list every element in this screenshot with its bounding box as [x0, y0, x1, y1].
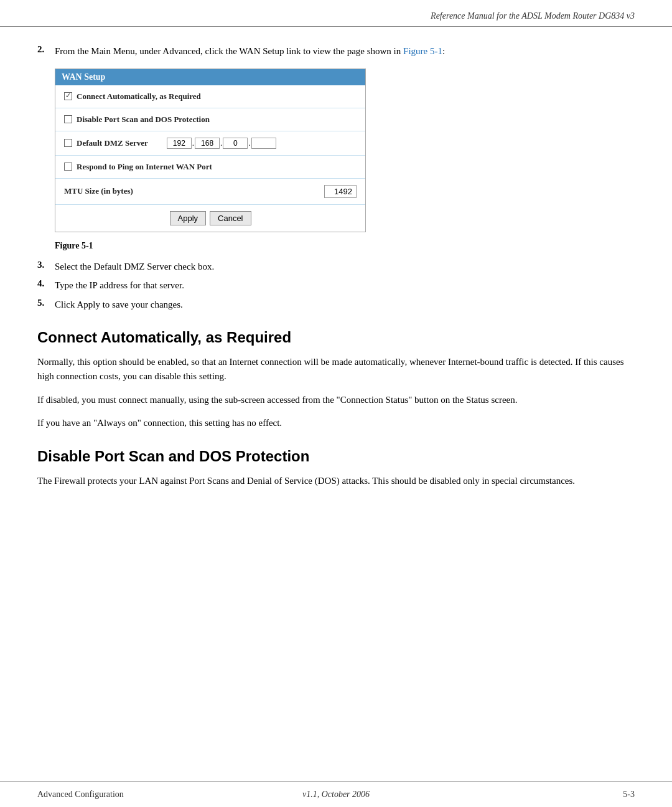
footer-center: v1.1, October 2006 — [302, 790, 370, 800]
main-content: 2. From the Main Menu, under Advanced, c… — [0, 27, 672, 488]
footer-right: 5-3 — [623, 790, 635, 800]
disable-port-scan-row: Disable Port Scan and DOS Protection — [55, 108, 365, 131]
section1-para3: If you have an "Always on" connection, t… — [37, 416, 635, 430]
step-5-text: Click Apply to save your changes. — [55, 298, 183, 312]
dmz-ip-fields: . . . — [167, 138, 276, 149]
wan-setup-panel: WAN Setup Connect Automatically, as Requ… — [55, 68, 366, 232]
dmz-row: Default DMZ Server . . . — [55, 131, 365, 156]
dmz-ip3[interactable] — [223, 138, 248, 149]
dmz-checkbox[interactable] — [64, 139, 72, 147]
section2-para1: The Firewall protects your LAN against P… — [37, 474, 635, 488]
cancel-button[interactable]: Cancel — [210, 211, 251, 225]
header-title: Reference Manual for the ADSL Modem Rout… — [431, 11, 635, 21]
steps-3-5: 3. Select the Default DMZ Server check b… — [37, 260, 635, 312]
ping-row: Respond to Ping on Internet WAN Port — [55, 156, 365, 179]
step-3: 3. Select the Default DMZ Server check b… — [37, 260, 635, 274]
step-3-text: Select the Default DMZ Server check box. — [55, 260, 214, 274]
section1-para2: If disabled, you must connect manually, … — [37, 393, 635, 407]
dmz-label: Default DMZ Server — [77, 138, 148, 148]
wan-setup-body: Connect Automatically, as Required Disab… — [55, 85, 365, 232]
connect-auto-row: Connect Automatically, as Required — [55, 85, 365, 108]
connect-auto-label: Connect Automatically, as Required — [77, 92, 357, 101]
page-header: Reference Manual for the ADSL Modem Rout… — [0, 0, 672, 27]
buttons-row: Apply Cancel — [55, 205, 365, 232]
step-4: 4. Type the IP address for that server. — [37, 278, 635, 293]
section1-para1: Normally, this option should be enabled,… — [37, 355, 635, 384]
dmz-ip2[interactable] — [195, 138, 220, 149]
dmz-ip4[interactable] — [251, 138, 276, 149]
page-footer: Advanced Configuration v1.1, October 200… — [0, 781, 672, 807]
ping-label: Respond to Ping on Internet WAN Port — [77, 162, 357, 172]
wan-setup-title: WAN Setup — [55, 69, 365, 85]
footer-inner: Advanced Configuration v1.1, October 200… — [37, 790, 635, 800]
step-2-text: From the Main Menu, under Advanced, clic… — [55, 44, 445, 59]
step-2: 2. From the Main Menu, under Advanced, c… — [37, 44, 635, 59]
step-5-number: 5. — [37, 298, 55, 312]
step-2-number: 2. — [37, 44, 55, 55]
apply-button[interactable]: Apply — [170, 211, 207, 225]
mtu-row: MTU Size (in bytes) — [55, 179, 365, 205]
step-4-text: Type the IP address for that server. — [55, 278, 184, 293]
step-4-number: 4. — [37, 278, 55, 293]
mtu-label: MTU Size (in bytes) — [64, 186, 133, 196]
dmz-ip1[interactable] — [167, 138, 192, 149]
step-3-number: 3. — [37, 260, 55, 274]
footer-left: Advanced Configuration — [37, 790, 124, 800]
disable-port-scan-checkbox[interactable] — [64, 115, 72, 123]
disable-port-scan-label: Disable Port Scan and DOS Protection — [77, 115, 357, 125]
figure-5-1-link[interactable]: Figure 5-1 — [403, 46, 442, 56]
figure-caption: Figure 5-1 — [55, 241, 635, 251]
ping-checkbox[interactable] — [64, 163, 72, 171]
section2-heading: Disable Port Scan and DOS Protection — [37, 448, 635, 465]
mtu-input[interactable] — [324, 185, 357, 198]
section1-heading: Connect Automatically, as Required — [37, 329, 635, 346]
step-5: 5. Click Apply to save your changes. — [37, 298, 635, 312]
connect-auto-checkbox[interactable] — [64, 92, 72, 100]
